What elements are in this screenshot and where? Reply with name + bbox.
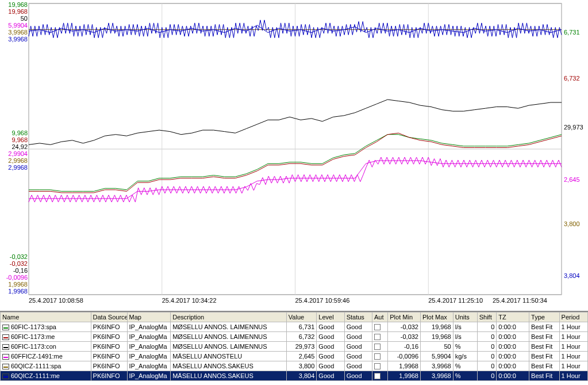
col-header-map[interactable]: Map <box>127 312 171 322</box>
status: Good <box>347 363 362 369</box>
data-source: PK6INFO <box>93 323 120 330</box>
value: 3,804 <box>299 372 315 379</box>
tag-name: 60FIC-1173:spa <box>11 323 56 330</box>
col-header-data-source[interactable]: Data Source <box>91 312 127 322</box>
level: Good <box>318 372 334 379</box>
table-row[interactable]: 60FIC-1173:spaPK6INFOIP_AnalogMaMØSELLU … <box>1 322 588 332</box>
shift: 0 <box>491 343 494 350</box>
map: IP_AnalogMa <box>129 353 167 360</box>
period: 1 Hour <box>562 372 581 379</box>
period: 1 Hour <box>562 353 581 360</box>
units: % <box>455 363 461 369</box>
series-color-icon <box>2 334 9 340</box>
period: 1 Hour <box>562 343 581 350</box>
auto-checkbox[interactable] <box>374 363 381 369</box>
y-axis-label: -0,032 <box>10 253 28 260</box>
type: Best Fit <box>531 363 552 369</box>
status: Good <box>347 333 362 340</box>
col-header-status[interactable]: Status <box>344 312 372 322</box>
value: 2,645 <box>299 353 315 360</box>
y-axis-label: 1,9968 <box>8 288 28 295</box>
plot-min: -0,032 <box>401 323 418 330</box>
description: MÄSELLU ANNOS.SAKEUS <box>172 363 253 369</box>
tag-name: 60FFICZ-1491:me <box>11 353 63 360</box>
type: Best Fit <box>531 372 552 379</box>
level: Good <box>318 333 334 340</box>
type: Best Fit <box>531 333 552 340</box>
col-header-level[interactable]: Level <box>317 312 344 322</box>
col-header-name[interactable]: Name <box>1 312 91 322</box>
y-axis-label: 9,968 <box>11 129 28 136</box>
units: % <box>455 343 461 350</box>
table-row[interactable]: 60QICZ-1111:mePK6INFOIP_AnalogMaMÄSELLU … <box>1 371 588 381</box>
y-axis-label: -0,0096 <box>6 274 28 281</box>
data-source: PK6INFO <box>93 353 120 360</box>
table-row[interactable]: 60FIC-1173:conPK6INFOIP_AnalogMaMØSELLU … <box>1 342 588 352</box>
tag-name: 60FIC-1173:me <box>11 333 55 340</box>
y-axis-label: 2,9968 <box>8 164 28 171</box>
status: Good <box>347 353 362 360</box>
value: 6,732 <box>299 333 315 340</box>
shift: 0 <box>491 372 494 379</box>
type: Best Fit <box>531 353 552 360</box>
units: l/s <box>455 323 462 330</box>
description: MØSELLU ANNOS. LAIMENNUS <box>172 343 267 350</box>
x-axis-label: 25.4.2017 11:25:10 <box>428 297 483 304</box>
y-axis-label: 2,9968 <box>8 157 28 164</box>
value: 3,800 <box>299 363 315 369</box>
type: Best Fit <box>531 343 552 350</box>
auto-checkbox[interactable] <box>374 373 381 379</box>
value: 29,973 <box>295 343 315 350</box>
series-color-icon <box>2 373 9 379</box>
plot-max: 5,9904 <box>432 353 451 360</box>
y-axis-label: 24,92 <box>11 143 28 150</box>
auto-checkbox[interactable] <box>374 334 381 340</box>
tz: 0:00:0 <box>498 363 516 369</box>
y-axis-label: 1,9968 <box>8 281 28 288</box>
series-value-label: 6,732 <box>564 75 580 82</box>
col-header-aut[interactable]: Aut <box>372 312 387 322</box>
units: kg/s <box>455 353 467 360</box>
col-header-plot-min[interactable]: Plot Min <box>388 312 421 322</box>
shift: 0 <box>491 353 494 360</box>
description: MØSELLU ANNOS. LAIMENNUS <box>172 333 267 340</box>
series-color-icon <box>2 354 9 360</box>
table-row[interactable]: 60FFICZ-1491:mePK6INFOIP_AnalogMaMÄSELLU… <box>1 352 588 361</box>
auto-checkbox[interactable] <box>374 344 381 350</box>
shift: 0 <box>491 323 494 330</box>
plot-min: -0,032 <box>401 333 418 340</box>
tz: 0:00:0 <box>498 353 516 360</box>
col-header-type[interactable]: Type <box>529 312 560 322</box>
y-axis-label: 5,9904 <box>8 22 28 29</box>
series-color-icon <box>2 344 9 350</box>
table-row[interactable]: 60FIC-1173:mePK6INFOIP_AnalogMaMØSELLU A… <box>1 332 588 342</box>
data-source: PK6INFO <box>93 343 120 350</box>
table-row[interactable]: 60QICZ-1111:spaPK6INFOIP_AnalogMaMÄSELLU… <box>1 361 588 371</box>
col-header-plot-max[interactable]: Plot Max <box>421 312 454 322</box>
units: l/s <box>455 333 462 340</box>
level: Good <box>318 363 334 369</box>
col-header-value[interactable]: Value <box>286 312 317 322</box>
col-header-shift[interactable]: Shift <box>477 312 497 322</box>
plot-min: -0,16 <box>404 343 418 350</box>
trend-chart[interactable]: 19,96819,968505,99043,99683,99689,9689,9… <box>0 0 588 311</box>
map: IP_AnalogMa <box>129 363 167 369</box>
col-header-units[interactable]: Units <box>453 312 477 322</box>
col-header-description[interactable]: Description <box>171 312 287 322</box>
tz: 0:00:0 <box>498 343 516 350</box>
col-header-tz[interactable]: TZ <box>497 312 529 322</box>
map: IP_AnalogMa <box>129 343 167 350</box>
tag-table[interactable]: NameData SourceMapDescriptionValueLevelS… <box>0 311 588 385</box>
description: MÄSELLU ANNOS.SAKEUS <box>172 372 253 379</box>
map: IP_AnalogMa <box>129 323 167 330</box>
shift: 0 <box>491 363 494 369</box>
x-axis-label: 25.4.2017 10:59:46 <box>295 297 350 304</box>
plot-min: 1,9968 <box>399 372 418 379</box>
status: Good <box>347 343 362 350</box>
auto-checkbox[interactable] <box>374 353 381 360</box>
y-axis-label: -0,16 <box>13 267 28 274</box>
units: % <box>455 372 461 379</box>
plot-max: 3,9968 <box>432 372 451 379</box>
auto-checkbox[interactable] <box>374 324 381 330</box>
col-header-period[interactable]: Period <box>559 312 587 322</box>
